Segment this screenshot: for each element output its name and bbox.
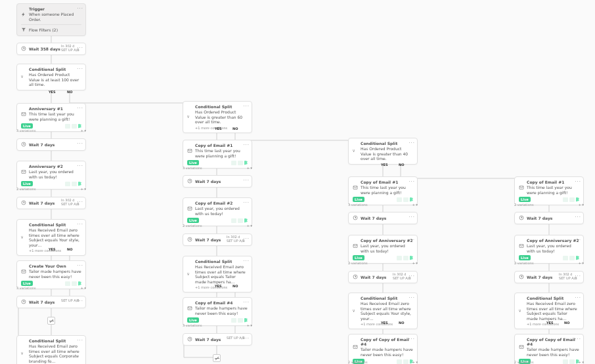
setup-ab[interactable]: SET UP A/B (227, 336, 245, 340)
join-node[interactable] (47, 317, 55, 325)
setup-ab[interactable]: SET UP A/B (61, 298, 79, 302)
variations-label[interactable]: 3 variations (183, 323, 202, 327)
email-node-anniv1[interactable]: ··· Anniversary #1 This time last year y… (16, 103, 86, 132)
inline-actions[interactable] (563, 256, 579, 260)
setup-ab[interactable]: SET UP A/B (61, 48, 79, 52)
yes-label: YES (381, 163, 388, 167)
inline-actions[interactable] (65, 281, 81, 286)
split-desc: Has Ordered Product Value is greater tha… (195, 110, 248, 125)
setup-ab[interactable]: SET UP A/B (393, 276, 411, 280)
add-variation[interactable]: + ▾ (579, 261, 584, 265)
trigger-node[interactable]: ··· Trigger When someone Placed Order. F… (16, 3, 86, 36)
more-icon[interactable]: ··· (243, 200, 250, 205)
email-node[interactable]: ··· Copy of Email #1This time last year … (183, 140, 252, 169)
conditional-split[interactable]: ··· ⑂ Conditional SplitHas Ordered Produ… (348, 138, 418, 165)
inline-actions[interactable] (231, 318, 248, 323)
inline-actions[interactable] (231, 161, 248, 165)
more-icon[interactable]: ··· (575, 336, 581, 342)
live-badge: Live (187, 317, 199, 323)
setup-ab[interactable]: SET UP A/B (227, 239, 245, 243)
inline-actions[interactable] (397, 256, 413, 260)
email-node-own[interactable]: ··· Create Your OwnTailor made hampers h… (16, 260, 86, 289)
split-desc: Has Ordered Product Value is at least 10… (29, 72, 81, 87)
variations-label[interactable]: 2 variations (348, 261, 368, 265)
email-desc: Tailor made hampers have never been this… (195, 306, 248, 315)
add-variation[interactable]: + ▾ (247, 323, 252, 327)
add-variation[interactable]: + ▾ (247, 224, 252, 228)
more-icon[interactable]: ··· (408, 237, 415, 243)
live-badge: Live (187, 218, 199, 223)
more-icon[interactable]: ··· (243, 300, 250, 305)
more-icon[interactable]: ··· (575, 237, 581, 243)
add-variation[interactable]: + ▾ (412, 261, 418, 265)
variations-label[interactable]: 2 variations (348, 360, 368, 364)
conditional-split[interactable]: ··· ⑂ Conditional Split Has Ordered Prod… (16, 64, 86, 91)
variations-label[interactable]: 2 variations (514, 203, 534, 207)
more-icon[interactable]: ··· (77, 222, 83, 227)
more-icon[interactable]: ··· (77, 6, 83, 11)
add-variation[interactable]: + ▾ (412, 203, 418, 207)
flow-filters[interactable]: Flow Filters (2) (29, 28, 58, 33)
add-variation[interactable]: + ▾ (412, 360, 418, 364)
more-icon[interactable]: ··· (77, 106, 83, 111)
more-icon[interactable]: ··· (243, 178, 250, 183)
setup-ab[interactable]: SET UP A/B (61, 202, 79, 206)
more-icon[interactable]: ··· (77, 141, 83, 146)
inline-actions[interactable] (231, 218, 248, 223)
inline-actions[interactable] (65, 124, 81, 129)
add-variation[interactable]: + ▾ (81, 187, 86, 191)
join-node[interactable] (213, 354, 221, 362)
more-icon[interactable]: ··· (575, 179, 581, 184)
live-badge: Live (187, 160, 199, 165)
variations-label[interactable]: 3 variations (16, 129, 36, 132)
more-icon[interactable]: ··· (243, 142, 250, 148)
no-label: NO (67, 247, 72, 251)
email-node[interactable]: ··· Copy of Email #4Tailor made hampers … (183, 297, 252, 326)
add-variation[interactable]: + ▾ (81, 286, 86, 290)
add-variation[interactable]: + ▾ (247, 166, 252, 170)
yes-label: YES (381, 321, 388, 325)
email-title: Anniversary #2 (29, 164, 81, 169)
wait-node[interactable]: ··· Wait 7 days (514, 212, 584, 224)
variations-label[interactable]: 3 variations (348, 203, 368, 207)
more-icon[interactable]: ··· (77, 66, 83, 71)
more-icon[interactable]: ··· (408, 140, 415, 146)
variations-label[interactable]: 2 variations (183, 224, 202, 228)
email-node[interactable]: ··· Copy of Anniversary #2Last year, you… (514, 235, 584, 264)
variations-label[interactable]: 2 variations (514, 261, 534, 265)
wait-node[interactable]: ··· Wait 7 days (183, 175, 252, 188)
conditional-split[interactable]: ··· ⑂ Conditional SplitHas Received Emai… (16, 335, 86, 364)
email-desc: Last year, you ordered with us today! (29, 169, 81, 179)
clock-icon (519, 215, 524, 220)
variations-label[interactable]: 2 variations (16, 187, 36, 191)
email-node[interactable]: ··· Copy of Anniversary #2Last year, you… (348, 235, 418, 264)
more-icon[interactable]: ··· (408, 336, 415, 342)
variations-label[interactable]: 3 variations (183, 166, 202, 170)
more-icon[interactable]: ··· (575, 295, 581, 300)
more-icon[interactable]: ··· (77, 263, 83, 268)
wait-node[interactable]: ··· Wait 7 days (348, 212, 418, 224)
more-icon[interactable]: ··· (243, 104, 250, 109)
add-variation[interactable]: + ▾ (579, 360, 584, 364)
variations-label[interactable]: 2 variations (514, 360, 534, 364)
more-icon[interactable]: ··· (77, 163, 83, 169)
email-node[interactable]: ··· Copy of Email #2Last year, you order… (183, 197, 252, 226)
inline-actions[interactable] (397, 197, 413, 202)
more-icon[interactable]: ··· (575, 214, 581, 220)
more-icon[interactable]: ··· (408, 179, 415, 184)
more-icon[interactable]: ··· (408, 214, 415, 220)
inline-actions[interactable] (563, 197, 579, 202)
more-icon[interactable]: ··· (77, 338, 83, 343)
inline-actions[interactable] (65, 182, 81, 186)
add-variation[interactable]: + ▾ (81, 129, 86, 132)
more-icon[interactable]: ··· (243, 258, 250, 264)
email-node-anniv2[interactable]: ··· Anniversary #2Last year, you ordered… (16, 161, 86, 190)
variations-label[interactable]: 3 variations (16, 286, 36, 290)
more-icon[interactable]: ··· (408, 295, 415, 300)
email-node[interactable]: ··· Copy of Email #1This time last year … (348, 176, 418, 205)
setup-ab[interactable]: SET UP A/B (559, 276, 577, 280)
wait-node[interactable]: ··· Wait 7 days (16, 138, 86, 151)
split-title: Conditional Split (195, 104, 248, 109)
add-variation[interactable]: + ▾ (579, 203, 584, 207)
email-node[interactable]: ··· Copy of Email #1This time last year … (514, 176, 584, 205)
